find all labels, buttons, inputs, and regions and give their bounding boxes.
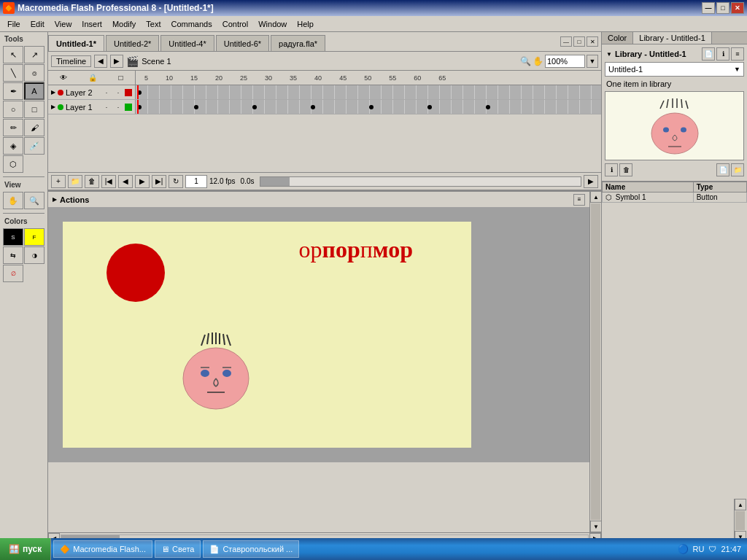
subselect-tool[interactable]: ↗ xyxy=(24,46,44,63)
library-title-text: Library - Untitled-1 xyxy=(615,50,686,58)
tab-color[interactable]: Color xyxy=(602,32,633,44)
text-tool[interactable]: A xyxy=(24,82,44,100)
menu-window[interactable]: Window xyxy=(254,18,291,30)
right-panel-vscroll[interactable]: ▲ ▼ xyxy=(734,499,746,542)
timeline-button[interactable]: Timeline xyxy=(51,55,91,67)
tab-untitled2[interactable]: Untitled-2* xyxy=(106,35,159,51)
tl-next-btn[interactable]: ▶| xyxy=(152,175,166,188)
tab-untitled1[interactable]: Untitled-1* xyxy=(48,35,104,51)
right-vscroll-up[interactable]: ▲ xyxy=(735,499,746,510)
actions-option-btn[interactable]: ≡ xyxy=(573,194,585,206)
taskbar-stavr-item[interactable]: 📄 Ставропольский ... xyxy=(203,540,299,558)
library-new-btn[interactable]: 📄 xyxy=(702,47,715,61)
layer-2-dot xyxy=(58,90,63,96)
win-close-btn[interactable]: ✕ xyxy=(587,36,598,47)
library-row-1[interactable]: ⬡ Symbol 1 Button xyxy=(603,192,747,203)
tl-playback-btn[interactable]: |◀ xyxy=(101,175,116,188)
pen-tool[interactable]: ✒ xyxy=(3,82,23,100)
swap-colors[interactable]: ⇆ xyxy=(3,246,23,264)
layer-1-keyframe-2 xyxy=(194,105,198,109)
menu-modify[interactable]: Modify xyxy=(108,18,140,30)
svg-line-6 xyxy=(227,335,231,346)
tab-untitled4[interactable]: Untitled-4* xyxy=(160,35,214,51)
lib-new-item-btn[interactable]: 📄 xyxy=(716,163,729,176)
scene-prev-btn[interactable]: ◀ xyxy=(94,55,107,68)
tl-play-btn[interactable]: ▶ xyxy=(135,175,150,188)
lib-delete-btn[interactable]: 🗑 xyxy=(619,163,632,176)
svg-line-0 xyxy=(201,335,205,346)
menu-view[interactable]: View xyxy=(50,18,77,30)
lib-folder-btn[interactable]: 📁 xyxy=(731,163,744,176)
library-options-btn[interactable]: ≡ xyxy=(731,47,744,61)
hand-tool[interactable]: ✋ xyxy=(3,192,23,209)
line-tool[interactable]: ╲ xyxy=(3,64,23,82)
tab-raduga[interactable]: радуга.fla* xyxy=(271,35,325,51)
svg-point-20 xyxy=(663,127,669,132)
menu-control[interactable]: Control xyxy=(218,18,252,30)
scene-next-btn[interactable]: ▶ xyxy=(110,55,123,68)
zoom-tool[interactable]: 🔍 xyxy=(24,192,44,209)
vscroll-down-btn[interactable]: ▼ xyxy=(590,521,601,532)
layer-2-eye-btn[interactable]: · xyxy=(101,88,112,98)
add-layer-btn[interactable]: + xyxy=(51,175,66,188)
library-dropdown[interactable]: Untitled-1 ▼ xyxy=(605,62,744,77)
tl-loop-btn[interactable]: ↻ xyxy=(169,175,183,188)
layer-1-frames[interactable] xyxy=(136,100,601,114)
vscroll-up-btn[interactable]: ▲ xyxy=(590,191,601,203)
fill-color[interactable]: F xyxy=(24,228,44,246)
add-folder-btn[interactable]: 📁 xyxy=(68,175,82,188)
tab-library[interactable]: Library - Untitled-1 xyxy=(633,32,711,44)
win-restore-btn[interactable]: □ xyxy=(573,36,585,47)
layer-1-eye-btn[interactable]: · xyxy=(101,102,112,112)
lasso-tool[interactable]: ⌾ xyxy=(24,64,44,82)
eraser-tool[interactable]: ⬡ xyxy=(3,155,23,173)
zoom-dropdown-btn[interactable]: ▼ xyxy=(587,55,598,68)
taskbar-sveta-item[interactable]: 🖥 Света xyxy=(155,540,201,558)
taskbar-flash-item[interactable]: 🔶 Macromedia Flash... xyxy=(53,540,152,558)
close-button[interactable]: ✕ xyxy=(731,2,744,14)
vscroll-thumb[interactable] xyxy=(591,203,600,520)
default-colors[interactable]: ◑ xyxy=(24,246,44,264)
timeline-hscroll[interactable] xyxy=(260,176,582,187)
pencil-tool[interactable]: ✏ xyxy=(3,119,23,136)
menu-file[interactable]: File xyxy=(3,18,25,30)
menu-help[interactable]: Help xyxy=(293,18,318,30)
oval-tool[interactable]: ○ xyxy=(3,101,23,118)
arrow-tool[interactable]: ↖ xyxy=(3,46,23,63)
right-vscroll-thumb[interactable] xyxy=(735,511,745,530)
brush-tool[interactable]: 🖌 xyxy=(24,119,44,136)
stage-vscroll[interactable]: ▲ ▼ xyxy=(589,191,601,532)
layer-2-color-btn[interactable] xyxy=(125,89,132,96)
ruler-mark-5: 5 xyxy=(144,74,148,82)
zoom-input[interactable] xyxy=(545,55,585,68)
fill-tool[interactable]: ◈ xyxy=(3,137,23,155)
tab-untitled6[interactable]: Untitled-6* xyxy=(216,35,269,51)
layer-2-frames[interactable] xyxy=(136,85,601,99)
layer-1-keyframe-6 xyxy=(427,105,432,109)
tl-prev-btn[interactable]: ◀ xyxy=(118,175,133,188)
layer-1-color-btn[interactable] xyxy=(125,104,132,111)
title-bar-buttons[interactable]: — □ ✕ xyxy=(702,2,744,14)
layer-1-lock-btn[interactable]: · xyxy=(113,102,123,112)
menu-commands[interactable]: Commands xyxy=(166,18,216,30)
ruler-mark-55: 55 xyxy=(389,74,396,82)
stroke-color[interactable]: S xyxy=(3,228,23,246)
menu-edit[interactable]: Edit xyxy=(26,18,49,30)
layer-2-lock-btn[interactable]: · xyxy=(113,88,123,98)
tl-scroll-right-btn[interactable]: ▶ xyxy=(584,175,598,188)
minimize-button[interactable]: — xyxy=(702,2,715,14)
lib-props-btn[interactable]: ℹ xyxy=(605,163,618,176)
layer-row-2: ▶ Layer 2 · · xyxy=(48,85,601,100)
library-props-btn[interactable]: ℹ xyxy=(716,47,729,61)
maximize-button[interactable]: □ xyxy=(716,2,729,14)
win-minimize-btn[interactable]: — xyxy=(560,36,572,47)
no-color[interactable]: ∅ xyxy=(3,265,23,282)
start-button[interactable]: 🪟 пуск xyxy=(0,538,51,560)
delete-layer-btn[interactable]: 🗑 xyxy=(85,175,99,188)
frame-input[interactable] xyxy=(185,175,207,188)
actions-triangle-icon[interactable]: ▶ xyxy=(53,196,57,203)
menu-text[interactable]: Text xyxy=(142,18,165,30)
eyedropper-tool[interactable]: 💉 xyxy=(24,137,44,155)
menu-insert[interactable]: Insert xyxy=(77,18,107,30)
rect-tool[interactable]: □ xyxy=(24,101,44,118)
